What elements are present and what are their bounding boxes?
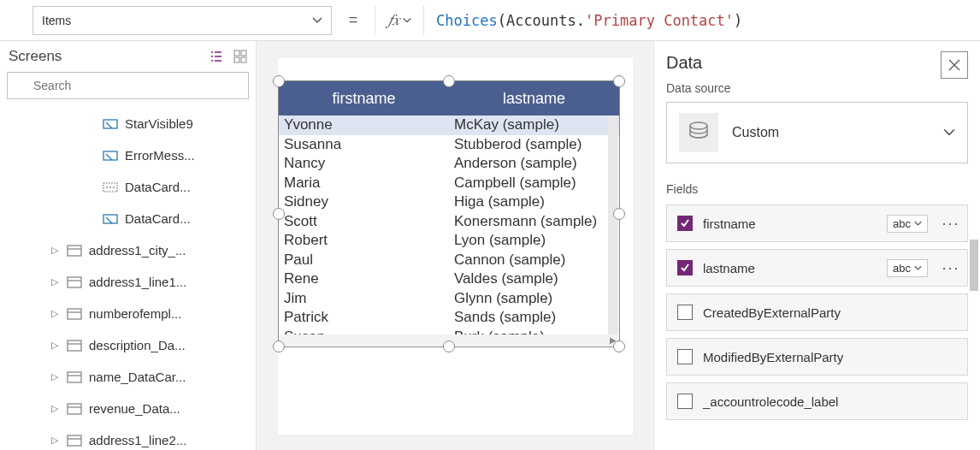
tree-item[interactable]: DataCard... (0, 171, 256, 203)
database-icon (679, 113, 718, 152)
tree-item[interactable]: ▷description_Da... (0, 329, 256, 361)
svg-rect-13 (68, 246, 81, 256)
field-name-label: CreatedByExternalParty (703, 305, 964, 320)
tree-item[interactable]: ErrorMess... (0, 139, 256, 171)
fields-list: firstnameabc ···lastnameabc ···CreatedBy… (666, 204, 968, 420)
resize-handle[interactable] (613, 340, 625, 352)
fields-label: Fields (666, 182, 968, 196)
checkbox[interactable] (677, 349, 693, 364)
v-scrollbar[interactable] (608, 115, 618, 335)
checkbox[interactable] (677, 260, 693, 275)
data-source-selector[interactable]: Custom (666, 102, 968, 163)
field-row[interactable]: ModifiedByExternalParty (666, 338, 968, 376)
svg-point-11 (113, 187, 115, 188)
resize-handle[interactable] (613, 208, 625, 220)
field-row[interactable]: _accountrolecode_label (666, 382, 968, 420)
cell-lastname: McKay (sample) (449, 115, 619, 135)
canvas[interactable]: firstname lastname YvonneMcKay (sample)S… (257, 41, 653, 450)
expand-caret-icon[interactable]: ▷ (51, 371, 60, 382)
chevron-down-icon (403, 16, 411, 25)
tree-item-label: description_Da... (89, 338, 186, 352)
field-type-selector[interactable]: abc (887, 215, 928, 233)
table-row[interactable]: SusannaStubberod (sample) (279, 135, 619, 155)
grid-view-icon[interactable] (233, 50, 247, 63)
fx-button[interactable]: 𝑓𝑥 (375, 6, 424, 35)
field-name-label: ModifiedByExternalParty (703, 350, 964, 364)
tree-panel: Screens StarVisible9ErrorMess...DataCard… (0, 41, 257, 450)
property-value: Items (42, 14, 71, 27)
table-row[interactable]: NancyAnderson (sample) (279, 154, 619, 174)
col-header-lastname[interactable]: lastname (449, 90, 619, 108)
svg-rect-25 (68, 435, 81, 446)
tree-item[interactable]: ▷address1_line1... (0, 266, 256, 298)
property-selector[interactable]: Items (32, 6, 332, 35)
resize-handle[interactable] (273, 340, 285, 352)
checkbox[interactable] (677, 305, 693, 320)
tree-item[interactable]: ▷numberofempl... (0, 298, 256, 329)
cell-firstname: Scott (279, 212, 449, 232)
tree-item[interactable]: DataCard... (0, 203, 256, 234)
table-row[interactable]: SidneyHiga (sample) (279, 192, 619, 212)
expand-caret-icon[interactable]: ▷ (51, 403, 60, 414)
cell-lastname: Stubberod (sample) (449, 135, 619, 155)
expand-caret-icon[interactable]: ▷ (51, 308, 60, 319)
table-row[interactable]: ScottKonersmann (sample) (279, 212, 619, 232)
table-row[interactable]: YvonneMcKay (sample) (279, 115, 619, 135)
resize-handle[interactable] (273, 75, 285, 87)
cell-firstname: Nancy (279, 154, 449, 174)
cell-firstname: Patrick (279, 308, 449, 328)
resize-handle[interactable] (443, 75, 455, 87)
data-panel: Data Data source Custom Fields firstname… (653, 41, 980, 450)
search-input[interactable] (7, 72, 249, 99)
field-row[interactable]: lastnameabc ··· (666, 249, 968, 287)
tree-title: Screens (9, 48, 62, 65)
resize-handle[interactable] (613, 75, 625, 87)
field-type-selector[interactable]: abc (887, 259, 928, 277)
text-field-icon (103, 180, 118, 195)
input-icon (103, 116, 118, 132)
table-row[interactable]: RobertLyon (sample) (279, 231, 619, 251)
chevron-down-icon (312, 15, 322, 26)
data-table[interactable]: firstname lastname YvonneMcKay (sample)S… (278, 80, 620, 347)
table-row[interactable]: PatrickSands (sample) (279, 308, 619, 328)
field-row[interactable]: firstnameabc ··· (666, 204, 968, 242)
tree-item[interactable]: ▷revenue_Data... (0, 393, 256, 424)
cell-firstname: Maria (279, 174, 449, 193)
cell-lastname: Glynn (sample) (449, 289, 619, 309)
field-more-button[interactable]: ··· (938, 215, 964, 233)
close-button[interactable] (941, 51, 968, 79)
col-header-firstname[interactable]: firstname (279, 90, 449, 108)
table-row[interactable]: ReneValdes (sample) (279, 269, 619, 289)
cell-firstname: Yvonne (279, 115, 449, 135)
cell-lastname: Cannon (sample) (449, 251, 619, 270)
checkbox[interactable] (677, 216, 693, 231)
field-row[interactable]: CreatedByExternalParty (666, 293, 968, 331)
fx-icon: 𝑓𝑥 (388, 11, 399, 29)
resize-handle[interactable] (443, 340, 455, 352)
tree-item[interactable]: ▷address1_line2... (0, 424, 256, 450)
svg-rect-2 (234, 57, 239, 62)
tree-item-label: StarVisible9 (125, 116, 193, 131)
list-view-icon[interactable] (210, 50, 223, 63)
tree-item-label: numberofempl... (89, 306, 181, 321)
table-row[interactable]: MariaCampbell (sample) (279, 174, 619, 193)
panel-scrollbar[interactable] (970, 240, 978, 291)
expand-caret-icon[interactable]: ▷ (51, 340, 60, 351)
field-more-button[interactable]: ··· (938, 259, 964, 277)
resize-handle[interactable] (273, 208, 285, 220)
equals-sign: = (332, 11, 375, 29)
tree-item[interactable]: ▷name_DataCar... (0, 361, 256, 393)
data-source-name: Custom (732, 125, 930, 140)
table-row[interactable]: JimGlynn (sample) (279, 289, 619, 309)
formula-input[interactable]: Choices ( Accounts . 'Primary Contact' ) (424, 6, 980, 35)
expand-caret-icon[interactable]: ▷ (51, 435, 60, 446)
cell-lastname: Lyon (sample) (449, 231, 619, 251)
field-name-label: lastname (703, 261, 877, 275)
table-row[interactable]: PaulCannon (sample) (279, 251, 619, 270)
cell-lastname: Campbell (sample) (449, 174, 619, 193)
expand-caret-icon[interactable]: ▷ (51, 245, 60, 256)
tree-item[interactable]: ▷address1_city_... (0, 234, 256, 266)
expand-caret-icon[interactable]: ▷ (51, 276, 60, 287)
checkbox[interactable] (677, 394, 693, 409)
tree-item[interactable]: StarVisible9 (0, 108, 256, 139)
